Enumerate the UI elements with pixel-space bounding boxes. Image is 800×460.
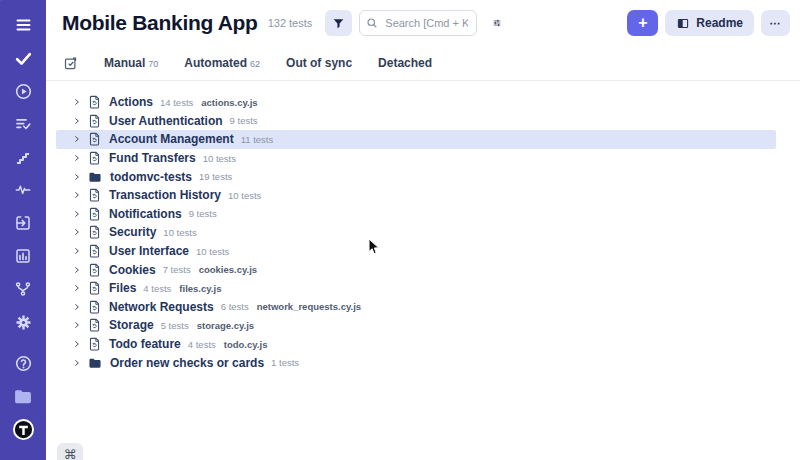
folder-icon [88,171,102,183]
tree-row[interactable]: Account Management 11 tests [56,130,776,149]
file-icon [88,225,101,239]
chevron-right-icon[interactable] [73,154,81,162]
chevron-right-icon[interactable] [73,191,81,199]
play-circle-icon[interactable] [11,79,35,103]
tab-manual[interactable]: Manual70 [104,56,158,70]
chevron-right-icon[interactable] [73,340,81,348]
chevron-right-icon[interactable] [73,266,81,274]
chevron-right-icon[interactable] [73,303,81,311]
view-settings-button[interactable] [486,10,508,36]
logo-t-icon[interactable] [11,417,35,441]
suite-name: Todo feature [109,337,181,351]
tree-row[interactable]: Files 4 tests files.cy.js [56,279,776,298]
suite-test-count: 7 tests [163,264,191,275]
folder-icon [88,357,102,369]
file-icon [88,95,101,109]
suite-test-count: 6 tests [221,301,249,312]
chevron-right-icon[interactable] [73,321,81,329]
folder-icon [88,171,102,183]
suite-name: Files [109,281,136,295]
search-input[interactable] [383,16,470,30]
suite-name: User Authentication [109,114,223,128]
file-icon [88,132,101,146]
tree-row[interactable]: Notifications 9 tests [56,205,776,224]
suite-test-count: 10 tests [203,153,236,164]
tab-detached[interactable]: Detached [378,56,432,70]
suite-test-count: 1 tests [271,357,299,368]
tree-row[interactable]: todomvc-tests 19 tests [56,167,776,186]
branch-icon[interactable] [11,277,35,301]
suite-test-count: 19 tests [199,171,232,182]
file-icon [88,95,101,109]
file-icon [88,132,101,146]
menu-icon[interactable] [11,13,35,37]
search-icon [366,17,378,29]
steps-icon[interactable] [11,145,35,169]
sliders-icon [492,16,502,30]
bar-chart-icon[interactable] [11,244,35,268]
file-icon [88,151,101,165]
book-icon [676,17,690,30]
suite-name: Cookies [109,263,156,277]
tree-row[interactable]: Security 10 tests [56,223,776,242]
file-icon [88,300,101,314]
more-button[interactable]: ⋯ [761,10,790,36]
tree-row[interactable]: Storage 5 tests storage.cy.js [56,316,776,335]
tree-row[interactable]: Order new checks or cards 1 tests [56,353,776,372]
tree-row[interactable]: Fund Transfers 10 tests [56,149,776,168]
chevron-right-icon[interactable] [73,228,81,236]
file-icon [88,244,101,258]
tree-row[interactable]: User Authentication 9 tests [56,112,776,131]
file-icon [88,337,101,351]
suite-name: Fund Transfers [109,151,196,165]
suite-name: Notifications [109,207,182,221]
filter-button[interactable] [325,10,352,36]
import-box-icon[interactable] [11,211,35,235]
suite-test-count: 10 tests [163,227,196,238]
chevron-right-icon[interactable] [73,247,81,255]
file-icon [88,151,101,165]
file-icon [88,188,101,202]
chevron-right-icon[interactable] [73,117,81,125]
add-button[interactable]: + [627,10,658,36]
command-shortcut-badge[interactable]: ⌘ [57,443,83,460]
chevron-right-icon[interactable] [73,98,81,106]
chevron-right-icon[interactable] [73,359,81,367]
app-sidebar [0,0,46,460]
tree-row[interactable]: Network Requests 6 tests network_request… [56,298,776,317]
tab-out-of-sync[interactable]: Out of sync [286,56,352,70]
suite-test-count: 10 tests [228,190,261,201]
tree-row[interactable]: Actions 14 tests actions.cy.js [56,93,776,112]
suite-file-name: todo.cy.js [224,339,268,350]
readme-button[interactable]: Readme [665,10,754,36]
suite-name: todomvc-tests [110,170,192,184]
suite-test-count: 14 tests [160,97,193,108]
chevron-right-icon[interactable] [73,210,81,218]
check-icon[interactable] [11,46,35,70]
gear-icon[interactable] [11,310,35,334]
list-check-icon[interactable] [11,112,35,136]
tree-row[interactable]: Cookies 7 tests cookies.cy.js [56,260,776,279]
tree-row[interactable]: Transaction History 10 tests [56,186,776,205]
pulse-icon[interactable] [11,178,35,202]
tab-automated[interactable]: Automated62 [184,56,260,70]
tab-count: 70 [148,59,158,69]
suite-test-count: 4 tests [143,283,171,294]
suite-test-count: 9 tests [189,208,217,219]
chevron-right-icon[interactable] [73,284,81,292]
suite-name: Actions [109,95,153,109]
suite-test-count: 11 tests [241,134,274,145]
chevron-right-icon[interactable] [73,173,81,181]
chevron-right-icon[interactable] [73,135,81,143]
tree-row[interactable]: Todo feature 4 tests todo.cy.js [56,335,776,354]
suite-name: Account Management [109,132,234,146]
file-icon [88,188,101,202]
tree-row[interactable]: User Interface 10 tests [56,242,776,261]
suite-name: Network Requests [109,300,214,314]
suite-name: Storage [109,318,154,332]
suite-file-name: actions.cy.js [201,97,257,108]
select-all-icon[interactable] [63,56,78,71]
folder-docs-icon[interactable] [11,384,35,408]
help-icon[interactable] [11,351,35,375]
search-box[interactable] [359,10,477,36]
